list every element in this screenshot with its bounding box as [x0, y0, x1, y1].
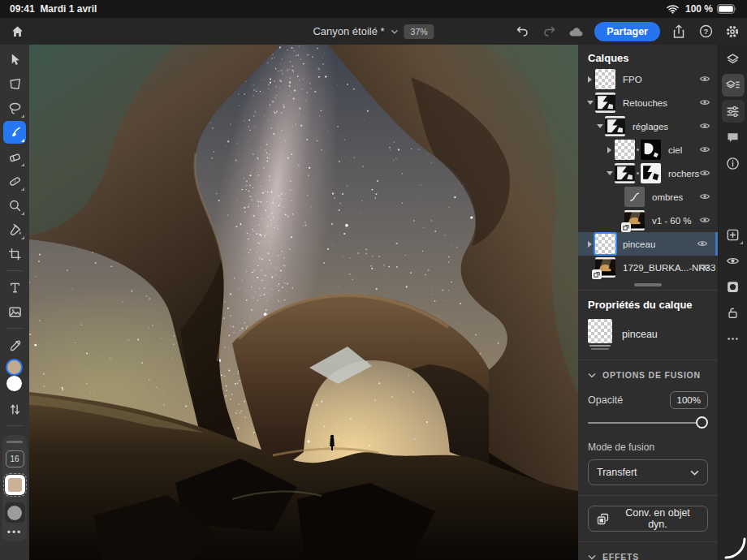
layer-expander[interactable] [585, 76, 595, 83]
layer-expander[interactable] [604, 171, 615, 175]
brush-tool[interactable] [3, 121, 26, 144]
layer-detail-icon[interactable] [722, 74, 745, 97]
layer-visibility-eye[interactable] [697, 237, 708, 252]
chevron-down-icon [690, 470, 699, 476]
cloud-sync-icon[interactable] [568, 24, 584, 40]
visibility-icon[interactable] [722, 249, 745, 272]
layer-row-retouches[interactable]: Retouches [578, 91, 718, 114]
layer-thumbnail[interactable] [615, 140, 635, 160]
add-layer-icon[interactable] [722, 223, 745, 246]
layer-expander[interactable] [585, 241, 595, 248]
wifi-icon [665, 1, 681, 17]
help-icon[interactable]: ? [697, 24, 714, 40]
color-chips[interactable] [4, 359, 25, 395]
layer-expander[interactable] [604, 147, 615, 153]
battery-icon [717, 1, 737, 17]
layer-visibility-eye[interactable] [699, 96, 710, 110]
layer-visibility-eye[interactable] [699, 190, 710, 205]
layer-row-1729-burka-nr33[interactable]: 1729_BURKA...-NR33 [578, 256, 718, 279]
adjustments-icon[interactable] [722, 100, 745, 123]
move-tool[interactable] [3, 48, 26, 71]
layer-thumbnail[interactable] [595, 93, 615, 113]
opacity-label: Opacité [588, 394, 623, 406]
opacity-slider-knob[interactable] [696, 416, 708, 429]
layer-mask-thumbnail[interactable] [641, 140, 661, 160]
layer-visibility-eye[interactable] [699, 119, 710, 134]
more-icon[interactable] [722, 327, 745, 350]
eraser-tool[interactable] [3, 145, 26, 168]
swap-colors-button[interactable] [3, 398, 26, 420]
lasso-tool[interactable] [3, 97, 26, 119]
layer-thumbnail[interactable] [605, 116, 625, 136]
info-icon[interactable] [722, 152, 745, 174]
layer-visibility-eye[interactable] [699, 72, 710, 87]
layer-visibility-eye[interactable] [699, 166, 710, 181]
layer-name: pinceau [623, 239, 655, 249]
blend-options-section-header[interactable]: OPTIONS DE FUSION [588, 370, 708, 380]
layer-properties-panel: Propriétés du calque pinceau OPTIONS DE … [578, 291, 718, 560]
foreground-color-chip[interactable] [6, 359, 23, 376]
fill-tool[interactable] [3, 218, 26, 241]
layer-expander[interactable] [594, 124, 605, 128]
more-options-button[interactable]: ••• [7, 530, 23, 535]
layer-thumbnail[interactable] [595, 69, 615, 89]
export-icon[interactable] [671, 24, 687, 40]
comment-icon[interactable] [722, 126, 745, 149]
undo-button[interactable] [514, 24, 530, 40]
layer-row-r-glages[interactable]: réglages [578, 114, 718, 138]
mask-icon[interactable] [722, 275, 745, 298]
crop-tool[interactable] [3, 243, 26, 265]
layers-icon[interactable] [722, 48, 745, 71]
lock-icon[interactable] [722, 301, 745, 324]
chevron-down-icon [391, 24, 399, 40]
layer-thumbnail[interactable] [624, 187, 645, 207]
zoom-level-badge[interactable]: 37% [404, 24, 434, 39]
eyedropper-tool[interactable] [3, 334, 26, 356]
convert-smart-object-button[interactable]: Conv. en objet dyn. [588, 506, 708, 532]
layer-thumbnail[interactable] [624, 210, 645, 230]
brush-shape-preview[interactable] [5, 502, 25, 523]
brush-color-swatch[interactable] [5, 475, 25, 495]
home-button[interactable] [7, 22, 27, 41]
layer-thumbnail[interactable] [615, 163, 635, 183]
layer-row-ombres[interactable]: ombres [578, 185, 718, 209]
layer-name: rochers [668, 169, 699, 179]
layer-name: Retouches [623, 98, 667, 108]
layer-row-ciel[interactable]: ciel [578, 138, 718, 162]
opacity-slider[interactable] [588, 416, 708, 430]
layer-visibility-eye[interactable] [699, 261, 710, 275]
layer-row-pinceau[interactable]: pinceau [578, 232, 718, 256]
brush-size-field[interactable]: 16 [6, 450, 24, 467]
properties-layer-name: pinceau [622, 329, 658, 340]
layer-row-rochers[interactable]: rochers [578, 162, 718, 185]
layer-thumbnail[interactable] [595, 257, 615, 278]
share-button[interactable]: Partager [594, 22, 660, 41]
layer-mask-thumbnail[interactable] [641, 163, 661, 183]
layer-row-v1-60-[interactable]: v1 - 60 % [578, 209, 718, 232]
document-title-menu[interactable]: Canyon étoilé * 37% [313, 18, 434, 45]
layer-visibility-eye[interactable] [699, 213, 710, 228]
brush-options-panel: 16 ••• [2, 435, 27, 541]
opacity-value-field[interactable]: 100% [670, 391, 708, 409]
background-color-chip[interactable] [6, 375, 23, 392]
healing-tool[interactable] [3, 170, 26, 192]
blend-mode-select[interactable]: Transfert [588, 459, 708, 485]
effects-section-header[interactable]: EFFETS [588, 552, 708, 560]
layer-visibility-eye[interactable] [699, 143, 710, 157]
mask-link-dot [637, 149, 639, 151]
options-drag-handle[interactable] [6, 441, 23, 443]
properties-title: Propriétés du calque [588, 299, 708, 311]
properties-layer-thumbnail [588, 319, 612, 350]
canvas-document[interactable] [29, 45, 578, 560]
place-image-tool[interactable] [3, 300, 26, 323]
magnifier-tool[interactable] [3, 194, 26, 217]
settings-gear-icon[interactable] [724, 24, 741, 40]
redo-button[interactable] [541, 24, 557, 40]
layer-name: ciel [668, 145, 682, 155]
transform-tool[interactable] [3, 72, 26, 95]
layer-thumbnail[interactable] [595, 234, 615, 254]
layer-row-fpo[interactable]: FPO [578, 67, 718, 91]
type-tool[interactable] [3, 276, 26, 299]
panel-resize-handle[interactable] [634, 283, 662, 286]
layer-expander[interactable] [585, 101, 595, 105]
